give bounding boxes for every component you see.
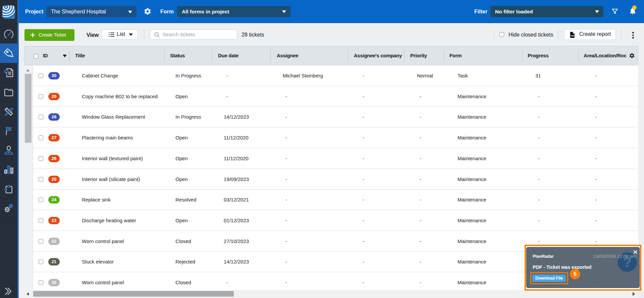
- svg-text:PDF: PDF: [571, 35, 575, 37]
